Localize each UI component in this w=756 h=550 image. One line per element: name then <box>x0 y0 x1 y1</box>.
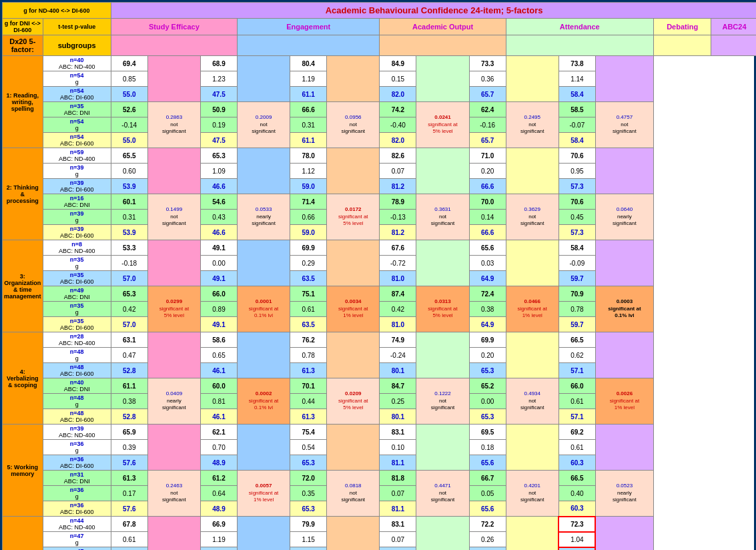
val-abc-di600-4: 57.1 <box>558 363 595 378</box>
sig-att-3: 0.0313significant at5% level <box>416 286 469 332</box>
val-eng-g2-5: 0.64 <box>200 486 237 501</box>
sig-eng-2: 0.0533nearlysignificant <box>237 194 290 240</box>
val-ao-g2-1: 0.31 <box>290 117 327 133</box>
val-ao-nd400-1: 80.4 <box>290 56 327 71</box>
val-eng-di600b-5: 48.9 <box>200 501 237 517</box>
val-se-di600-1: 55.0 <box>111 87 147 102</box>
val-deb-g2-4: 0.00 <box>469 394 506 409</box>
spacer-se-2 <box>147 148 200 194</box>
group-di600-3: n=35ABC: DI-600 <box>43 271 111 286</box>
val-abc-di600b-2: 57.3 <box>558 225 595 240</box>
sig-eng-1: 0.2009notsignificant <box>237 102 290 148</box>
group-dni-4: n=40ABC: DNI <box>43 378 111 394</box>
group-di600-4: n=48ABC: DI-600 <box>43 363 111 378</box>
spacer-att-4 <box>416 332 469 378</box>
val-ao-dni-3: 75.1 <box>290 286 327 302</box>
spacer-ao-6 <box>327 517 380 551</box>
val-abc-nd400-1: 73.8 <box>558 56 595 71</box>
val-att-g2-3: 0.42 <box>380 302 416 317</box>
group-nd400-2: n=59ABC: ND-400 <box>43 148 111 164</box>
val-att-dni-1: 74.2 <box>380 102 416 117</box>
val-att-g-2: 0.07 <box>380 164 416 179</box>
val-se-g-6: 0.61 <box>111 532 147 547</box>
val-ao-di600-2: 59.0 <box>290 179 327 194</box>
table-row: 1: Reading, writing, spelling n=40ABC: N… <box>3 56 757 71</box>
sig-abc-4: 0.0026significant at1% level <box>595 378 653 425</box>
table-row: n=40ABC: DNI 61.1 0.0409nearlysignifican… <box>3 378 757 394</box>
spacer-se-5 <box>147 425 200 471</box>
val-eng-di600b-1: 47.5 <box>200 133 237 148</box>
group-g2-5: n=36g <box>43 486 111 501</box>
val-ao-di600-6: 59.9 <box>290 547 327 551</box>
table-row: 3: Organization & time management n=8ABC… <box>3 240 757 256</box>
spacer-ao-3 <box>327 240 380 286</box>
val-ao-g-4: 0.78 <box>290 348 327 363</box>
val-deb-dni-1: 62.4 <box>469 102 506 117</box>
val-se-di600-2: 53.9 <box>111 179 147 194</box>
val-deb-dni-5: 66.7 <box>469 471 506 486</box>
val-att-di600b-4: 80.1 <box>380 409 416 425</box>
spacer-att-2 <box>416 148 469 194</box>
spacer-abc-3 <box>595 240 653 286</box>
val-deb-di600b-2: 66.6 <box>469 225 506 240</box>
group-g-1: n=54g <box>43 71 111 87</box>
val-eng-g-4: 0.65 <box>200 348 237 363</box>
group-di600-6: n=47ABC: DI-600 <box>43 547 111 551</box>
val-ao-nd400-5: 75.4 <box>290 425 327 440</box>
val-eng-nd400-6: 66.9 <box>200 517 237 532</box>
val-att-nd400-5: 83.1 <box>380 425 416 440</box>
col-engagement: Engagement <box>237 19 379 35</box>
val-se-di600b-5: 57.6 <box>111 501 147 517</box>
spacer-eng-5 <box>237 425 290 471</box>
val-abc-di600-5: 60.3 <box>558 455 595 471</box>
val-eng-g2-2: 0.43 <box>200 210 237 225</box>
val-att-di600b-5: 81.1 <box>380 501 416 517</box>
val-deb-dni-3: 72.4 <box>469 286 506 302</box>
sig-deb-4: 0.4934notsignificant <box>506 378 558 425</box>
val-eng-g-1: 1.23 <box>200 71 237 87</box>
val-se-g2-4: 0.38 <box>111 394 147 409</box>
val-att-dni-3: 87.4 <box>380 286 416 302</box>
spacer-deb-2 <box>506 148 558 194</box>
group-di600-1: n=54ABC: DI-600 <box>43 87 111 102</box>
val-ao-di600-3: 63.5 <box>290 271 327 286</box>
group-nd400-5: n=39ABC: ND-400 <box>43 425 111 440</box>
val-abc-g-4: 0.62 <box>558 348 595 363</box>
val-att-nd400-3: 67.6 <box>380 240 416 256</box>
sig-abc-1: 0.4757notsignificant <box>595 102 653 148</box>
val-abc-di600-2: 57.3 <box>558 179 595 194</box>
subgroups-label: subgroups <box>43 35 111 56</box>
val-eng-nd400-3: 49.1 <box>200 240 237 256</box>
val-att-di600-6: 81.8 <box>380 547 416 551</box>
group-g-6: n=47g <box>43 532 111 547</box>
val-ao-g2-5: 0.35 <box>290 486 327 501</box>
val-abc-g-1: 1.14 <box>558 71 595 87</box>
val-abc-g-6: 1.04 <box>558 532 595 547</box>
val-abc-g2-3: 0.78 <box>558 302 595 317</box>
group-di600b-3: n=35ABC: DI-600 <box>43 317 111 332</box>
val-deb-di600-6: 66.4 <box>469 547 506 551</box>
header-g-dni: g for DNI <-> DI-600 <box>3 19 43 35</box>
val-abc-nd400-3: 58.4 <box>558 240 595 256</box>
group-g2-3: n=35g <box>43 302 111 317</box>
spacer-eng-2 <box>237 148 290 194</box>
val-deb-g-1: 0.36 <box>469 71 506 87</box>
val-abc-dni-1: 58.5 <box>558 102 595 117</box>
val-eng-g2-4: 0.81 <box>200 394 237 409</box>
sig-ao-2: 0.0172significant at5% level <box>327 194 380 240</box>
val-se-dni-3: 65.3 <box>111 286 147 302</box>
spacer-att-5 <box>416 425 469 471</box>
val-att-g-6: 0.07 <box>380 532 416 547</box>
val-deb-di600-3: 64.9 <box>469 271 506 286</box>
val-ao-di600b-3: 63.5 <box>290 317 327 332</box>
val-ao-nd400-3: 69.9 <box>290 240 327 256</box>
val-att-g-1: 0.15 <box>380 71 416 87</box>
val-se-di600-3: 57.0 <box>111 271 147 286</box>
val-att-dni-5: 81.8 <box>380 471 416 486</box>
val-ao-g2-4: 0.44 <box>290 394 327 409</box>
sig-ao-4: 0.0209significant at5% level <box>327 378 380 425</box>
spacer-abc-6 <box>595 517 653 551</box>
val-se-di600b-3: 57.0 <box>111 317 147 332</box>
val-eng-di600-5: 48.9 <box>200 455 237 471</box>
val-se-g2-5: 0.17 <box>111 486 147 501</box>
